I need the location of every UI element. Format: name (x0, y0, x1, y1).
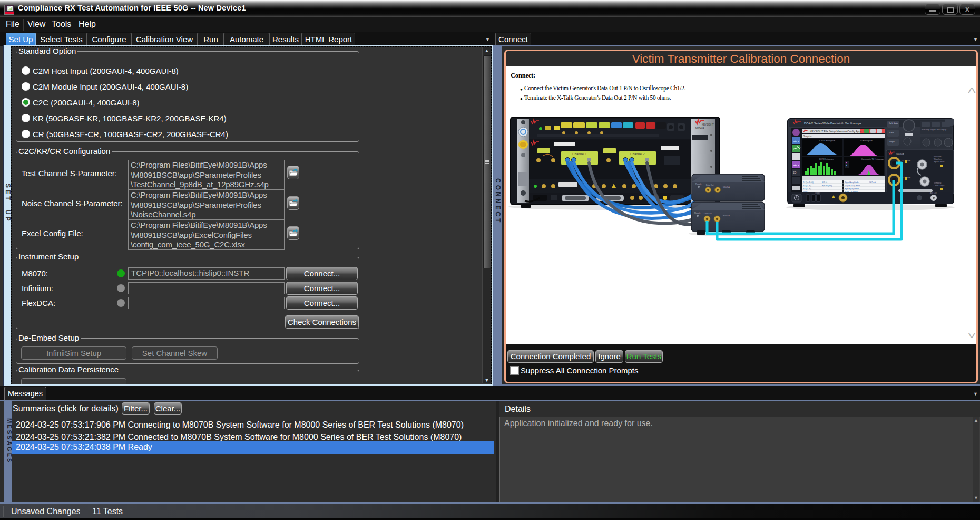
svg-text:Early Mode: Early Mode (889, 122, 898, 124)
svg-text:TJ (1e-8-10) meas.: TJ (1e-8-10) meas. (845, 185, 861, 187)
svg-text:Eye H (1e) meas.: Eye H (1e) meas. (845, 188, 859, 190)
svg-text:Aux Out: Aux Out (930, 192, 937, 194)
svg-text:DCA-X Series/Wide-Bandwidth O: DCA-X Series/Wide-Bandwidth Oscilloscope (804, 122, 861, 125)
svg-text:RJ (2 - R): RJ (2 - R) (803, 185, 811, 187)
svg-text:Run/Stop Single Clear Disp: Run/Stop Single Clear Display (922, 129, 946, 131)
svg-text:2D: 2D (793, 171, 797, 174)
svg-text:M8040A: M8040A (695, 127, 704, 130)
svg-text:Graphs: Graphs (803, 134, 812, 138)
svg-text:TJ (1e-8-10): TJ (1e-8-10) (803, 181, 814, 184)
svg-text:BER Histogram: BER Histogram (819, 158, 834, 160)
svg-text:Channel 2: Channel 2 (630, 152, 645, 156)
svg-text:Ready: Ready (695, 182, 702, 185)
svg-text:Ready: Ready (694, 211, 701, 214)
svg-text:Clear: Clear (889, 132, 894, 134)
svg-text:Composite TJ Histogram: Composite TJ Histogram (861, 158, 885, 160)
svg-text:N5045A: N5045A (723, 215, 730, 217)
svg-text:KEYSIGHT: KEYSIGHT (702, 123, 714, 126)
svg-text:Channel 1: Channel 1 (572, 152, 587, 156)
svg-text:Eye W (3rd): Eye W (3rd) (822, 185, 832, 187)
svg-text:Trigger: Trigger (815, 192, 821, 194)
svg-text:Ch2/3 Histogram: Ch2/3 Histogram (819, 139, 836, 142)
svg-text:327 mV: 327 mV (869, 181, 876, 184)
svg-text:TJ Histogram: TJ Histogram (860, 139, 873, 142)
svg-text:Single: Single (889, 141, 895, 143)
svg-text:Signal Amplitude: Signal Amplitude (845, 181, 859, 184)
svg-text:N1030A: N1030A (896, 152, 904, 155)
svg-text:KEYSIGHT File Setup Measure: KEYSIGHT File Setup Measure Config Apps … (810, 130, 868, 133)
svg-text:N5045A: N5045A (723, 186, 730, 188)
svg-text:Data Out: Data Out (704, 213, 711, 215)
svg-text:135 fs: 135 fs (822, 181, 827, 184)
svg-text:Data Out: Data Out (706, 184, 713, 186)
svg-text:RJ (2 - R): RJ (2 - R) (803, 188, 811, 190)
